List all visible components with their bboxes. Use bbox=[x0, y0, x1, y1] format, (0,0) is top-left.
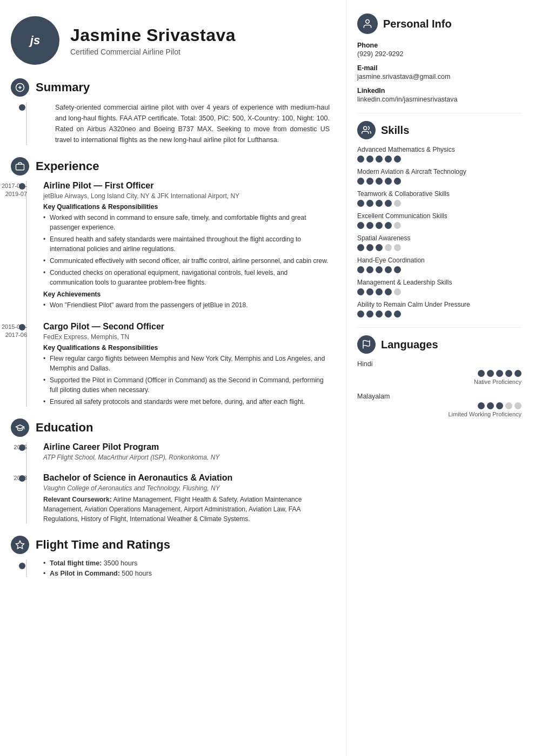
flight-time-icon bbox=[11, 536, 29, 554]
filled-dot bbox=[487, 370, 494, 377]
filled-dot bbox=[376, 310, 383, 318]
svg-point-5 bbox=[366, 20, 370, 24]
filled-dot bbox=[366, 200, 373, 207]
languages-list: HindiNative ProficiencyMalayalamLimited … bbox=[357, 360, 521, 417]
list-item: Worked with second in command to ensure … bbox=[43, 213, 330, 232]
skill-item: Ability to Remain Calm Under Pressure bbox=[357, 301, 521, 318]
skill-dots bbox=[357, 266, 521, 273]
flight-content: Total flight time: 3500 hours As Pilot i… bbox=[11, 559, 330, 577]
skill-item: Advanced Mathematics & Physics bbox=[357, 146, 521, 163]
filled-dot bbox=[357, 178, 364, 185]
experience-title: Experience bbox=[36, 159, 99, 173]
filled-dot bbox=[357, 266, 364, 273]
flight-item-1-label: As Pilot in Command: bbox=[50, 570, 120, 577]
filled-dot bbox=[385, 156, 392, 163]
filled-dot bbox=[366, 222, 373, 229]
filled-dot bbox=[394, 178, 401, 185]
edu-1: 2015 Airline Career Pilot Program ATP Fl… bbox=[43, 442, 330, 461]
linkedin-block: LinkedIn linkedin.com/in/jasminesrivasta… bbox=[357, 87, 521, 103]
skill-name: Advanced Mathematics & Physics bbox=[357, 146, 521, 153]
edu-2-dot bbox=[19, 475, 25, 482]
experience-header: Experience bbox=[11, 157, 330, 176]
filled-dot bbox=[376, 200, 383, 207]
list-item: Ensured all safety protocols and standar… bbox=[43, 397, 330, 407]
filled-dot bbox=[376, 244, 383, 251]
filled-dot bbox=[385, 266, 392, 273]
list-item: Ensured health and safety standards were… bbox=[43, 234, 330, 254]
flight-list: Total flight time: 3500 hours As Pilot i… bbox=[43, 559, 330, 577]
filled-dot bbox=[385, 310, 392, 318]
edu-2: 2013 Bachelor of Science in Aeronautics … bbox=[43, 473, 330, 524]
filled-dot bbox=[366, 266, 373, 273]
language-name: Hindi bbox=[357, 360, 521, 368]
summary-header: Summary bbox=[11, 78, 330, 97]
edu-2-title: Bachelor of Science in Aeronautics & Avi… bbox=[43, 473, 330, 483]
list-item: Total flight time: 3500 hours bbox=[43, 559, 330, 567]
filled-dot bbox=[376, 178, 383, 185]
languages-icon bbox=[357, 335, 376, 354]
skill-dots bbox=[357, 200, 521, 207]
language-item: MalayalamLimited Working Proficiency bbox=[357, 393, 521, 417]
candidate-subtitle: Certified Commercial Airline Pilot bbox=[70, 48, 236, 56]
resume-container: js Jasmine Srivastava Certified Commerci… bbox=[0, 0, 535, 756]
divider-2 bbox=[357, 327, 521, 328]
job-1-achievements: Won "Friendliest Pilot" award from the p… bbox=[43, 300, 330, 310]
flight-item-0-value: 3500 hours bbox=[104, 559, 138, 567]
education-section: Education 2015 Airline Career Pilot Prog… bbox=[11, 418, 330, 524]
languages-header: Languages bbox=[357, 335, 521, 354]
filled-dot bbox=[357, 244, 364, 251]
filled-dot bbox=[487, 402, 494, 409]
job-1-org: jetBlue Airways, Long Island City, NY & … bbox=[43, 192, 330, 200]
job-2-dot bbox=[19, 324, 25, 330]
language-dots bbox=[357, 402, 521, 409]
flight-time-header: Flight Time and Ratings bbox=[11, 536, 330, 554]
flight-item-1-value: 500 hours bbox=[122, 570, 152, 577]
skill-name: Modern Aviation & Aircraft Technology bbox=[357, 168, 521, 176]
summary-section: Summary Safety-oriented commercial airli… bbox=[11, 78, 330, 145]
experience-icon bbox=[11, 157, 29, 176]
filled-dot bbox=[385, 288, 392, 295]
filled-dot bbox=[394, 156, 401, 163]
flight-dot bbox=[19, 563, 25, 569]
filled-dot bbox=[376, 266, 383, 273]
summary-content: Safety-oriented commercial airline pilot… bbox=[11, 102, 330, 145]
job-1-qualifications: Worked with second in command to ensure … bbox=[43, 213, 330, 287]
job-1-content: Airline Pilot — First Officer jetBlue Ai… bbox=[43, 181, 330, 310]
filled-dot bbox=[366, 244, 373, 251]
email-block: E-mail jasmine.srivastava@gmail.com bbox=[357, 64, 521, 80]
filled-dot bbox=[366, 178, 373, 185]
edu-1-content: Airline Career Pilot Program ATP Flight … bbox=[43, 442, 330, 461]
summary-item: Safety-oriented commercial airline pilot… bbox=[43, 102, 330, 145]
filled-dot bbox=[496, 370, 503, 377]
phone-value: (929) 292-9292 bbox=[357, 50, 521, 58]
job-2-qual-heading: Key Qualifications & Responsibilities bbox=[43, 344, 330, 352]
skills-header: Skills bbox=[357, 121, 521, 139]
job-1-qual-heading: Key Qualifications & Responsibilities bbox=[43, 203, 330, 211]
skills-title: Skills bbox=[381, 124, 409, 137]
job-2-content: Cargo Pilot — Second Officer FedEx Expre… bbox=[43, 322, 330, 407]
empty-dot bbox=[385, 244, 392, 251]
list-item: As Pilot in Command: 500 hours bbox=[43, 570, 330, 577]
skill-item: Teamwork & Collaborative Skills bbox=[357, 190, 521, 207]
language-name: Malayalam bbox=[357, 393, 521, 400]
flight-item-0-label: Total flight time: bbox=[50, 559, 102, 567]
skills-icon bbox=[357, 121, 376, 139]
flight-time-title: Flight Time and Ratings bbox=[36, 538, 170, 552]
list-item: Won "Friendliest Pilot" award from the p… bbox=[43, 300, 330, 310]
job-1-title: Airline Pilot — First Officer bbox=[43, 181, 330, 191]
filled-dot bbox=[514, 370, 521, 377]
job-2-org: FedEx Express, Memphis, TN bbox=[43, 333, 330, 341]
summary-dot bbox=[19, 104, 25, 111]
filled-dot bbox=[357, 222, 364, 229]
filled-dot bbox=[366, 156, 373, 163]
job-1: 2017-06 -2019-07 Airline Pilot — First O… bbox=[43, 181, 330, 310]
skill-dots bbox=[357, 222, 521, 229]
candidate-name: Jasmine Srivastava bbox=[70, 25, 236, 45]
svg-marker-4 bbox=[16, 541, 24, 549]
filled-dot bbox=[376, 222, 383, 229]
skills-section: Skills Advanced Mathematics & PhysicsMod… bbox=[357, 121, 521, 318]
language-item: HindiNative Proficiency bbox=[357, 360, 521, 385]
filled-dot bbox=[357, 156, 364, 163]
flight-item: Total flight time: 3500 hours As Pilot i… bbox=[43, 559, 330, 577]
edu-2-coursework-label: Relevant Coursework: bbox=[43, 496, 112, 503]
